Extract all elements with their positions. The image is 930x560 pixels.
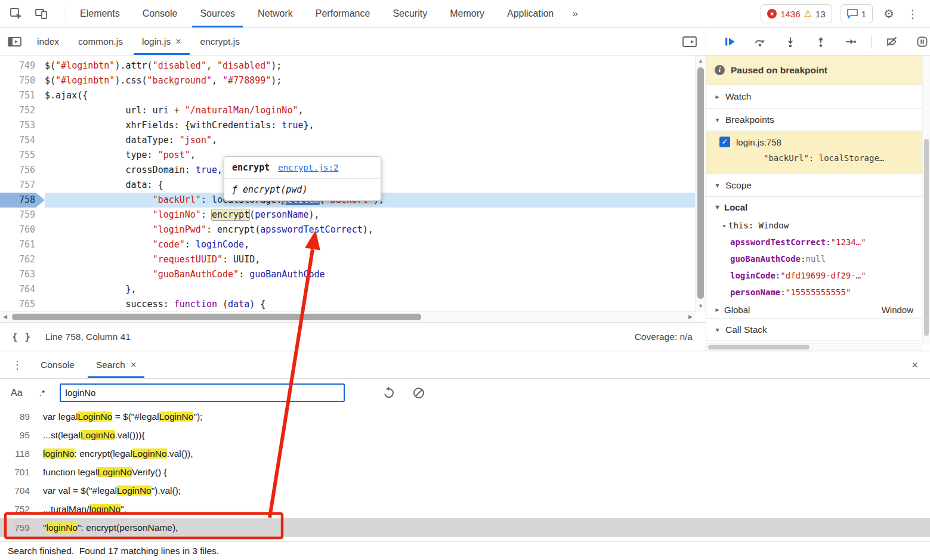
- code-text: },: [45, 282, 696, 297]
- toggle-navigator-icon[interactable]: [7, 34, 23, 49]
- main-menu-icon[interactable]: ⋮: [905, 6, 920, 21]
- device-toolbar-icon[interactable]: [33, 6, 49, 21]
- tooltip-source-link[interactable]: encrypt.js:2: [278, 163, 338, 172]
- settings-gear-icon[interactable]: ⚙: [881, 6, 897, 21]
- scope-variable-loginCode[interactable]: loginCode: "dfd19699-df29-…": [706, 267, 930, 284]
- result-text: ...turalMan/loginNo",: [43, 504, 126, 515]
- scope-global-row[interactable]: ▸ Global Window: [706, 301, 930, 318]
- search-result-row-752[interactable]: 752...turalMan/loginNo",: [0, 500, 930, 518]
- line-number-757[interactable]: 757: [0, 178, 45, 193]
- step-out-icon[interactable]: [813, 34, 829, 49]
- tab-security[interactable]: Security: [381, 0, 438, 27]
- tab-elements[interactable]: Elements: [69, 0, 131, 27]
- chevron-right-icon: ▸: [713, 305, 721, 314]
- scope-variable-apsswordTestCorrect[interactable]: apsswordTestCorrect: "1234…": [706, 234, 930, 250]
- file-tab-label: encrypt.js: [200, 36, 240, 47]
- vertical-scrollbar-thumb[interactable]: [697, 67, 704, 299]
- tab-console[interactable]: Console: [131, 0, 189, 27]
- drawer-tab-search[interactable]: Search ×: [85, 351, 147, 378]
- refresh-search-icon[interactable]: [381, 385, 397, 401]
- editor-horizontal-scrollbar[interactable]: ◀ ▶: [0, 311, 696, 322]
- tab-sources[interactable]: Sources: [189, 0, 246, 27]
- toolbar-left-icons: [0, 6, 69, 21]
- line-number-758[interactable]: 758: [0, 193, 45, 208]
- source-editor[interactable]: 749$("#loginbtn").attr("disabled", "disa…: [0, 55, 706, 322]
- line-number-761[interactable]: 761: [0, 237, 45, 252]
- line-number-763[interactable]: 763: [0, 267, 45, 282]
- resume-script-icon[interactable]: [722, 34, 737, 49]
- close-tab-icon[interactable]: ×: [175, 36, 181, 47]
- breakpoint-entry[interactable]: ✓ login.js:758 "backUrl": localStorage…: [706, 131, 930, 174]
- search-result-row-118[interactable]: 118loginNo: encrypt(legalLoginNo.val()),: [0, 444, 930, 463]
- search-result-row-759[interactable]: 759"loginNo": encrypt(personName),: [0, 518, 930, 537]
- screencast-icon[interactable]: [682, 34, 697, 49]
- variable-name: apsswordTestCorrect: [730, 234, 826, 250]
- clear-search-icon[interactable]: [410, 385, 427, 401]
- search-result-row-95[interactable]: 95...st(legalLoginNo.val())){: [0, 426, 930, 444]
- editor-vertical-scrollbar[interactable]: ▲ ▼: [695, 55, 706, 312]
- deactivate-breakpoints-icon[interactable]: [884, 34, 900, 49]
- match-case-toggle[interactable]: Aa: [11, 388, 23, 398]
- tab-performance[interactable]: Performance: [304, 0, 382, 27]
- line-number-752[interactable]: 752: [0, 103, 45, 118]
- scroll-down-icon[interactable]: ▼: [696, 301, 706, 311]
- breakpoint-checkbox[interactable]: ✓: [719, 137, 730, 147]
- breakpoints-section-header[interactable]: ▾ Breakpoints: [706, 109, 930, 131]
- pretty-print-icon[interactable]: { }: [12, 331, 31, 342]
- sidebar-vertical-scrollbar[interactable]: [922, 55, 930, 344]
- horizontal-scrollbar-thumb[interactable]: [12, 314, 421, 320]
- console-messages-badge[interactable]: 1: [841, 4, 873, 23]
- line-number-764[interactable]: 764: [0, 282, 45, 297]
- close-drawer-icon[interactable]: ×: [912, 358, 918, 372]
- line-number-749[interactable]: 749: [0, 58, 45, 73]
- drawer-tab-console[interactable]: Console: [30, 351, 85, 378]
- call-stack-section-header[interactable]: ▾ Call Stack: [706, 318, 930, 341]
- close-tab-icon[interactable]: ×: [131, 360, 136, 370]
- line-number-762[interactable]: 762: [0, 252, 45, 267]
- search-result-row-701[interactable]: 701function legalLoginNoVerify() {: [0, 463, 930, 481]
- scope-variable-guoBanAuthCode[interactable]: guoBanAuthCode: null: [706, 250, 930, 267]
- search-input[interactable]: [60, 383, 345, 402]
- watch-section-header[interactable]: ▸ Watch: [706, 85, 930, 109]
- scroll-up-icon[interactable]: ▲: [696, 56, 706, 66]
- drawer-menu-icon[interactable]: ⋮: [12, 358, 23, 372]
- pause-on-exceptions-icon[interactable]: [914, 34, 930, 49]
- search-result-row-89[interactable]: 89var legalLoginNo = $("#legalLoginNo");: [0, 407, 930, 426]
- scope-variable-personName[interactable]: personName: "15555555555": [706, 284, 930, 301]
- scope-this-row[interactable]: ▸ this: Window: [706, 217, 930, 234]
- tab-application[interactable]: Application: [496, 0, 565, 27]
- horizontal-scrollbar-thumb[interactable]: [708, 345, 809, 349]
- line-number-753[interactable]: 753: [0, 118, 45, 133]
- scope-local-group[interactable]: ▾ Local: [706, 197, 930, 217]
- inspect-element-icon[interactable]: [8, 6, 24, 21]
- step-into-icon[interactable]: [783, 34, 798, 49]
- line-number-765[interactable]: 765: [0, 297, 45, 312]
- line-number-755[interactable]: 755: [0, 148, 45, 163]
- line-number-754[interactable]: 754: [0, 133, 45, 148]
- tab-network[interactable]: Network: [246, 0, 304, 27]
- file-tab-login-js[interactable]: login.js×: [132, 28, 191, 55]
- tab-memory[interactable]: Memory: [438, 0, 496, 27]
- file-tab-common-js[interactable]: common.js: [69, 28, 132, 55]
- line-number-750[interactable]: 750: [0, 73, 45, 88]
- scroll-left-icon[interactable]: ◀: [0, 312, 10, 322]
- vertical-scrollbar-thumb[interactable]: [924, 139, 929, 336]
- step-icon[interactable]: [843, 34, 858, 49]
- file-tab-index[interactable]: index: [27, 28, 69, 55]
- line-number-759[interactable]: 759: [0, 208, 45, 222]
- regex-toggle[interactable]: .*: [39, 388, 45, 398]
- line-number-751[interactable]: 751: [0, 88, 45, 103]
- watch-label: Watch: [725, 91, 751, 102]
- errors-warnings-badge[interactable]: × 1436 ⚠ 13: [761, 4, 832, 23]
- step-over-icon[interactable]: [752, 34, 768, 49]
- scope-section-header[interactable]: ▾ Scope: [706, 174, 930, 197]
- more-panels-icon[interactable]: »: [565, 0, 585, 27]
- file-tab-encrypt-js[interactable]: encrypt.js: [191, 28, 249, 55]
- scroll-right-icon[interactable]: ▶: [685, 312, 696, 322]
- sidebar-horizontal-scrollbar[interactable]: [706, 343, 923, 351]
- line-number-760[interactable]: 760: [0, 222, 45, 237]
- search-result-row-704[interactable]: 704var val = $("#legalLoginNo").val();: [0, 481, 930, 500]
- line-number-756[interactable]: 756: [0, 163, 45, 178]
- match-highlight: LoginNo: [117, 485, 152, 496]
- breakpoint-location[interactable]: login.js:758: [736, 137, 781, 147]
